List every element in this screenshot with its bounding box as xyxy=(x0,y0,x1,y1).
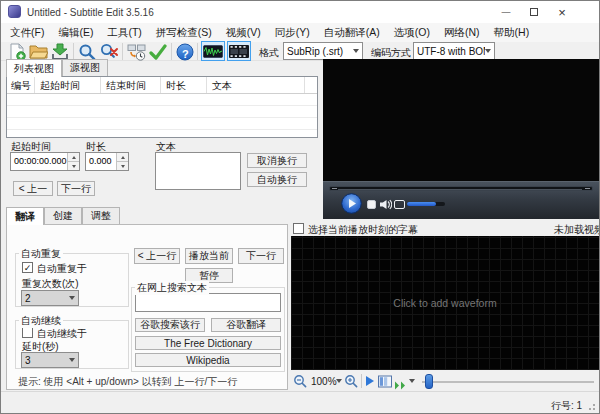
video-screen[interactable] xyxy=(323,59,599,181)
status-bar: 行号: 1 xyxy=(1,391,599,413)
google-translate-button[interactable]: 谷歌翻译 xyxy=(211,318,281,332)
google-search-button[interactable]: 谷歌搜索该行 xyxy=(135,318,205,332)
repeat-count-select[interactable]: 2 xyxy=(21,290,79,306)
seek-bar[interactable] xyxy=(329,186,593,191)
menu-sync[interactable]: 同步(Y) xyxy=(268,23,317,42)
spin-down-button[interactable] xyxy=(68,162,79,170)
mute-button[interactable] xyxy=(379,197,392,210)
col-text[interactable]: 文本 xyxy=(207,77,305,93)
help-button[interactable] xyxy=(175,42,195,61)
menu-tools[interactable]: 工具(T) xyxy=(100,23,148,42)
wikipedia-button[interactable]: Wikipedia xyxy=(135,353,281,367)
visual-sync-button[interactable] xyxy=(126,42,146,61)
tab-create[interactable]: 创建 xyxy=(44,207,82,224)
auto-repeat-title: 自动重复 xyxy=(19,247,63,261)
spin-up-button[interactable] xyxy=(117,153,128,162)
menu-auto-translate[interactable]: 自动翻译(A) xyxy=(317,23,387,42)
start-time-value: 00:00:00.000 xyxy=(11,153,67,170)
up-arrow-icon xyxy=(121,156,125,159)
col-filler xyxy=(305,77,317,93)
chevron-down-icon xyxy=(69,296,75,300)
auto-continue-checkbox[interactable] xyxy=(22,327,33,338)
resize-grip-icon[interactable] xyxy=(587,402,596,411)
duration-spinner[interactable]: 0.000 xyxy=(85,152,129,171)
table-row xyxy=(7,118,317,130)
next-line-button[interactable]: 下一行 xyxy=(238,248,284,264)
minimize-button[interactable]: — xyxy=(492,1,520,23)
maximize-button[interactable] xyxy=(520,1,548,23)
unbreak-button[interactable]: 取消换行 xyxy=(247,153,307,168)
chevron-down-icon xyxy=(69,358,75,362)
delay-select[interactable]: 3 xyxy=(21,352,79,368)
tab-list-view[interactable]: 列表视图 xyxy=(6,59,62,77)
spin-down-button[interactable] xyxy=(117,162,128,170)
menu-file[interactable]: 文件(F) xyxy=(3,23,51,42)
previous-subtitle-button[interactable]: < 上一 xyxy=(13,181,53,196)
col-number[interactable]: 编号 xyxy=(7,77,35,93)
spell-check-button[interactable] xyxy=(148,42,168,61)
position-slider[interactable] xyxy=(422,381,594,383)
menu-help[interactable]: 帮助(H) xyxy=(487,23,537,42)
fast-forward-icon xyxy=(394,381,407,390)
stop-button[interactable] xyxy=(367,200,376,209)
repeat-count-label: 重复次数(次) xyxy=(22,278,79,290)
close-button[interactable]: × xyxy=(548,1,576,23)
play-icon xyxy=(341,193,362,214)
auto-continue-title: 自动继续 xyxy=(19,314,63,328)
speaker-icon xyxy=(379,198,392,211)
playback-speed-button[interactable] xyxy=(394,376,407,385)
chevron-down-icon[interactable] xyxy=(409,379,415,383)
web-search-input[interactable] xyxy=(135,293,281,312)
play-button[interactable] xyxy=(341,193,362,214)
next-subtitle-button[interactable]: 下一行 xyxy=(57,181,95,196)
tab-source-view[interactable]: 源视图 xyxy=(62,59,108,76)
menu-edit[interactable]: 编辑(E) xyxy=(51,23,100,42)
position-slider-handle[interactable] xyxy=(425,374,433,389)
repeat-count-value: 2 xyxy=(25,293,69,304)
table-header-row: 编号 起始时间 结束时间 时长 文本 xyxy=(7,77,317,94)
subtitle-list[interactable]: 编号 起始时间 结束时间 时长 文本 xyxy=(6,76,318,138)
up-arrow-icon xyxy=(72,156,76,159)
col-start-time[interactable]: 起始时间 xyxy=(35,77,101,93)
show-video-button[interactable] xyxy=(378,374,392,387)
volume-fill xyxy=(407,202,436,206)
chevron-down-icon[interactable] xyxy=(336,379,342,383)
tab-translate[interactable]: 翻译 xyxy=(6,207,44,225)
table-row xyxy=(7,106,317,118)
down-arrow-icon xyxy=(72,165,76,168)
subtitle-text-input[interactable] xyxy=(155,152,241,190)
encoding-select[interactable]: UTF-8 with BOM xyxy=(413,42,495,60)
subtitle-toggle-button[interactable] xyxy=(394,200,405,209)
waveform-area[interactable]: Click to add waveform xyxy=(291,236,599,370)
spin-up-button[interactable] xyxy=(68,153,79,162)
zoom-level-value[interactable]: 100% xyxy=(311,376,337,388)
seek-track-line xyxy=(338,189,582,190)
menu-options[interactable]: 选项(O) xyxy=(387,23,437,42)
auto-break-button[interactable]: 自动换行 xyxy=(247,172,307,187)
col-end-time[interactable]: 结束时间 xyxy=(101,77,161,93)
previous-line-button[interactable]: < 上一行 xyxy=(134,248,180,264)
tab-adjust[interactable]: 调整 xyxy=(82,207,120,224)
start-time-spinner[interactable]: 00:00:00.000 xyxy=(10,152,80,171)
seek-end-dots xyxy=(585,188,590,189)
zoom-in-button[interactable] xyxy=(344,374,358,388)
toggle-waveform-button[interactable] xyxy=(201,41,225,61)
new-file-icon xyxy=(9,43,26,61)
toggle-video-button[interactable] xyxy=(227,41,251,61)
menu-video[interactable]: 视频(V) xyxy=(219,23,268,42)
menu-network[interactable]: 网络(N) xyxy=(437,23,487,42)
free-dictionary-button[interactable]: The Free Dictionary xyxy=(135,336,281,350)
duration-value: 0.000 xyxy=(86,153,116,170)
waveform-play-button[interactable] xyxy=(366,376,374,386)
col-duration[interactable]: 时长 xyxy=(161,77,207,93)
format-select[interactable]: SubRip (.srt) xyxy=(283,42,363,60)
seek-handle[interactable] xyxy=(332,188,337,189)
play-current-button[interactable]: 播放当前 xyxy=(185,248,233,264)
zoom-out-button[interactable] xyxy=(293,374,307,388)
menu-spellcheck[interactable]: 拼写检查(S) xyxy=(149,23,219,42)
select-current-subtitle-checkbox[interactable] xyxy=(293,223,304,234)
volume-slider[interactable] xyxy=(407,202,445,206)
toolbar-separator xyxy=(171,43,172,60)
auto-repeat-checkbox[interactable] xyxy=(22,262,33,273)
zoom-out-icon xyxy=(293,374,307,388)
